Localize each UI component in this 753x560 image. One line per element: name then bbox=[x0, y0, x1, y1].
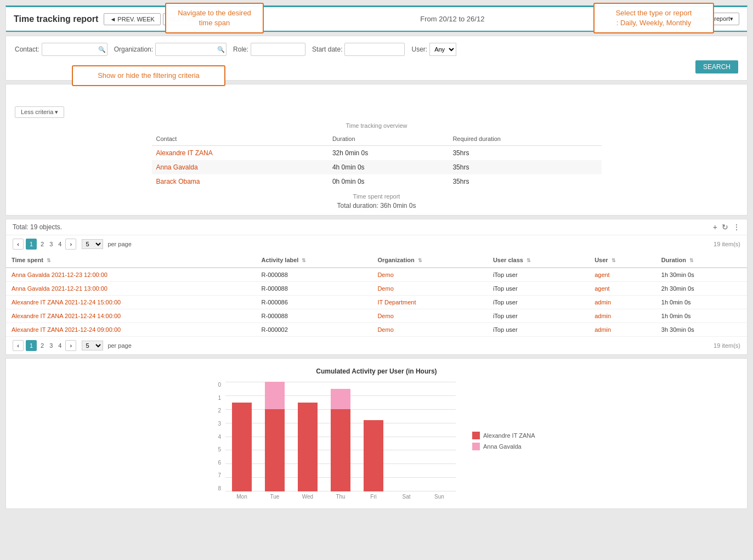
page-prev-btn-bottom[interactable]: ‹ bbox=[13, 340, 24, 351]
total-objects-text: Total: 19 objects. bbox=[13, 223, 62, 231]
organization-search-icon[interactable]: 🔍 bbox=[217, 46, 225, 53]
y-axis-label: 8 bbox=[218, 485, 221, 491]
col-activity-label[interactable]: Activity label ⇅ bbox=[256, 253, 372, 268]
col-organization[interactable]: Organization ⇅ bbox=[372, 253, 488, 268]
y-axis-label: 0 bbox=[218, 382, 221, 388]
required-cell: 35hrs bbox=[448, 160, 601, 174]
more-options-icon-button[interactable]: ⋮ bbox=[733, 223, 740, 231]
page-1-button[interactable]: 1 bbox=[26, 239, 37, 250]
legend-label: Anna Gavalda bbox=[483, 443, 522, 450]
cell-3: iTop user bbox=[488, 282, 589, 296]
user-select[interactable]: Any bbox=[429, 43, 456, 56]
bar-group-mon bbox=[225, 382, 258, 491]
top-pagination: ‹ 1 2 3 4 › 5 10 25 per page 19 item(s) bbox=[6, 235, 747, 253]
cell-3: iTop user bbox=[488, 268, 589, 282]
page-3-button[interactable]: 3 bbox=[48, 241, 54, 247]
contact-label: Contact: bbox=[15, 46, 39, 53]
less-criteria-button[interactable]: Less criteria ▾ bbox=[15, 106, 64, 118]
user-label: User: bbox=[411, 46, 427, 53]
contact-link[interactable]: Alexandre IT ZANA bbox=[156, 149, 213, 157]
overview-col-duration: Duration bbox=[328, 132, 449, 146]
overview-row: Alexandre IT ZANA32h 0min 0s35hrs bbox=[152, 146, 602, 161]
search-button[interactable]: SEARCH bbox=[695, 60, 738, 73]
page-prev-button[interactable]: ‹ bbox=[13, 239, 24, 250]
overview-col-required-duration: Required duration bbox=[448, 132, 601, 146]
y-axis-label: 1 bbox=[218, 395, 221, 401]
table-row: Anna Gavalda 2021-12-23 12:00:00R-000088… bbox=[6, 268, 747, 282]
page-3-btn-bottom[interactable]: 3 bbox=[48, 342, 54, 349]
start-date-label: Start date: bbox=[312, 46, 342, 53]
bar-alexandre-thu bbox=[331, 409, 350, 491]
page-2-btn-bottom[interactable]: 2 bbox=[39, 342, 46, 349]
chart-title: Cumulated Activity per User (in Hours) bbox=[15, 367, 738, 375]
cell-link-0[interactable]: Alexandre IT ZANA 2021-12-24 14:00:00 bbox=[12, 313, 121, 319]
page-4-button[interactable]: 4 bbox=[56, 241, 63, 247]
refresh-icon-button[interactable]: ↻ bbox=[722, 223, 728, 231]
start-date-input[interactable] bbox=[344, 43, 405, 56]
per-page-select-top[interactable]: 5 10 25 bbox=[82, 239, 103, 249]
cell-link-2[interactable]: Demo bbox=[377, 313, 393, 319]
cell-0: Alexandre IT ZANA 2021-12-24 14:00:00 bbox=[6, 309, 256, 323]
page-next-btn-bottom[interactable]: › bbox=[65, 340, 76, 351]
cell-2: IT Department bbox=[372, 296, 488, 309]
y-axis-label: 2 bbox=[218, 408, 221, 414]
x-label-wed: Wed bbox=[291, 494, 324, 500]
cell-3: iTop user bbox=[488, 309, 589, 323]
cell-link-2[interactable]: IT Department bbox=[377, 299, 416, 306]
cell-link-0[interactable]: Anna Gavalda 2021-12-21 13:00:00 bbox=[12, 285, 107, 292]
report-footer: Time spent report bbox=[15, 193, 738, 200]
cell-0: Anna Gavalda 2021-12-21 13:00:00 bbox=[6, 282, 256, 296]
x-label-thu: Thu bbox=[324, 494, 357, 500]
bar-alexandre-tue bbox=[265, 409, 285, 491]
prev-week-button[interactable]: ◄ PREV. WEEK bbox=[104, 13, 160, 25]
col-user[interactable]: User ⇅ bbox=[589, 253, 656, 268]
legend-label: Alexandre IT ZANA bbox=[483, 432, 535, 439]
cell-link-0[interactable]: Alexandre IT ZANA 2021-12-24 09:00:00 bbox=[12, 326, 121, 333]
cell-5: 1h 0min 0s bbox=[656, 296, 747, 309]
col-duration[interactable]: Duration ⇅ bbox=[656, 253, 747, 268]
cell-4: admin bbox=[589, 296, 656, 309]
cell-link-0[interactable]: Anna Gavalda 2021-12-23 12:00:00 bbox=[12, 271, 107, 278]
contact-link[interactable]: Barack Obama bbox=[156, 178, 200, 185]
organization-input[interactable] bbox=[155, 43, 227, 56]
cell-1: R-000088 bbox=[256, 309, 372, 323]
cell-link-4[interactable]: agent bbox=[595, 285, 610, 292]
cell-link-4[interactable]: admin bbox=[595, 326, 611, 333]
x-label-sun: Sun bbox=[423, 494, 456, 500]
y-axis-label: 7 bbox=[218, 472, 221, 478]
role-input[interactable] bbox=[251, 43, 305, 56]
page-next-button[interactable]: › bbox=[65, 239, 76, 250]
required-cell: 35hrs bbox=[448, 174, 601, 189]
col-user-class[interactable]: User class ⇅ bbox=[488, 253, 589, 268]
cell-5: 3h 30min 0s bbox=[656, 323, 747, 337]
annotation-navigate: Navigate to the desiredtime span bbox=[165, 3, 264, 33]
report-section-title: Time tracking overview bbox=[15, 122, 738, 129]
cell-link-2[interactable]: Demo bbox=[377, 285, 393, 292]
page-1-btn-bottom[interactable]: 1 bbox=[26, 340, 37, 351]
cell-0: Alexandre IT ZANA 2021-12-24 15:00:00 bbox=[6, 296, 256, 309]
cell-link-4[interactable]: admin bbox=[595, 313, 611, 319]
page-4-btn-bottom[interactable]: 4 bbox=[56, 342, 63, 349]
cell-link-2[interactable]: Demo bbox=[377, 271, 393, 278]
col-time-spent[interactable]: Time spent ⇅ bbox=[6, 253, 256, 268]
contact-input[interactable] bbox=[42, 43, 107, 56]
cell-link-2[interactable]: Demo bbox=[377, 326, 393, 333]
cell-3: iTop user bbox=[488, 323, 589, 337]
add-icon-button[interactable]: + bbox=[713, 223, 717, 231]
bar-group-wed bbox=[291, 382, 324, 491]
cell-link-4[interactable]: agent bbox=[595, 271, 610, 278]
bar-group-thu bbox=[324, 382, 357, 491]
cell-link-0[interactable]: Alexandre IT ZANA 2021-12-24 15:00:00 bbox=[12, 299, 121, 306]
cell-1: R-000002 bbox=[256, 323, 372, 337]
contact-link[interactable]: Anna Gavalda bbox=[156, 163, 198, 171]
cell-link-4[interactable]: admin bbox=[595, 299, 611, 306]
y-axis-label: 3 bbox=[218, 421, 221, 427]
cell-2: Demo bbox=[372, 268, 488, 282]
contact-search-icon[interactable]: 🔍 bbox=[98, 46, 106, 53]
items-count-bottom: 19 item(s) bbox=[714, 342, 740, 349]
overview-row: Anna Gavalda4h 0min 0s35hrs bbox=[152, 160, 602, 174]
y-axis-label: 4 bbox=[218, 434, 221, 440]
page-2-button[interactable]: 2 bbox=[39, 241, 46, 247]
data-table-card: Total: 19 objects. + ↻ ⋮ ‹ 1 2 3 4 › 5 1… bbox=[5, 219, 748, 355]
per-page-select-bottom[interactable]: 5 10 25 bbox=[82, 341, 103, 350]
